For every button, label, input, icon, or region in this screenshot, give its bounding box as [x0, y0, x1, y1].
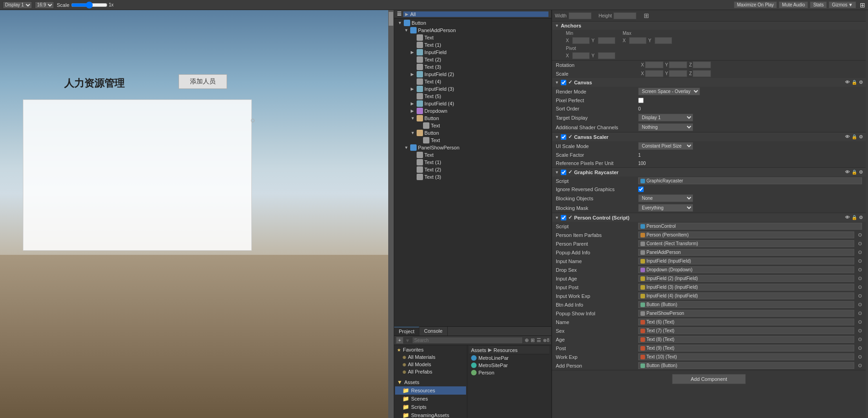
streaming-assets-folder[interactable]: 📁 StreamingAssets: [395, 411, 466, 418]
tree-item-12[interactable]: ▶Dropdown: [394, 107, 551, 115]
display-select[interactable]: Display 1: [3, 1, 32, 9]
hierarchy-tree[interactable]: ▼Button▼PanelAddPersonTextText (1)▶Input…: [394, 18, 551, 326]
pc-toggle[interactable]: [561, 215, 566, 220]
pixel-perfect-checkbox[interactable]: [638, 98, 644, 103]
scenes-folder[interactable]: 📁 Scenes: [395, 395, 466, 403]
tree-item-14[interactable]: Text: [394, 122, 551, 129]
ignore-reversed-checkbox[interactable]: [638, 187, 644, 192]
input-age-end-icon[interactable]: ⊙: [858, 275, 862, 281]
tree-item-21[interactable]: Text (3): [394, 173, 551, 181]
anchors-header[interactable]: ▼ Anchors: [552, 22, 866, 30]
post-end-icon[interactable]: ⊙: [858, 345, 862, 351]
canvas-scaler-header[interactable]: ▼ ✓ Canvas Scaler 👁 🔒 ⚙: [552, 132, 866, 141]
person-item-end-icon[interactable]: ⊙: [858, 232, 862, 238]
tree-item-6[interactable]: Text (3): [394, 63, 551, 71]
scale-x-input[interactable]: 1: [645, 70, 663, 77]
aspect-select[interactable]: 16:9: [35, 1, 54, 9]
add-person-game-button[interactable]: 添加人员: [179, 74, 227, 89]
breadcrumb-resources[interactable]: Resources: [494, 347, 518, 353]
tree-item-8[interactable]: Text (4): [394, 78, 551, 85]
tree-item-19[interactable]: Text (1): [394, 159, 551, 166]
person-control-header[interactable]: ▼ ✓ Person Control (Script) 👁 🔒 ⚙: [552, 213, 866, 222]
tree-item-15[interactable]: ▼Button: [394, 129, 551, 137]
assets-header[interactable]: ▼ Assets: [395, 378, 466, 386]
gizmos-button[interactable]: Gizmos ▼: [829, 1, 856, 8]
input-work-exp-end-icon[interactable]: ⊙: [858, 293, 862, 299]
height-input[interactable]: 592: [613, 12, 636, 19]
search-input[interactable]: [412, 337, 523, 344]
popup-show-info-end-icon[interactable]: ⊙: [858, 310, 862, 316]
canvas-scaler-toggle[interactable]: [561, 134, 566, 140]
gr-gear-icon[interactable]: ⚙: [859, 170, 863, 175]
asset-person[interactable]: Person: [469, 369, 549, 376]
tree-item-11[interactable]: ▶InputField (4): [394, 100, 551, 107]
scale-y-input[interactable]: 1: [669, 70, 687, 77]
settings-icon[interactable]: ☰: [537, 337, 541, 343]
canvas-eye-icon[interactable]: 👁: [845, 80, 850, 85]
all-materials-item[interactable]: ⊕ All Materials: [395, 353, 466, 361]
tree-item-17[interactable]: ▼PanelShowPerson: [394, 144, 551, 151]
tree-item-2[interactable]: Text: [394, 34, 551, 41]
maximize-play-button[interactable]: Maximize On Play: [734, 1, 777, 8]
tab-project[interactable]: Project: [394, 327, 419, 336]
tree-item-7[interactable]: ▶InputField (2): [394, 71, 551, 78]
all-models-item[interactable]: ⊕ All Models: [395, 361, 466, 368]
tree-item-13[interactable]: ▼Button: [394, 115, 551, 122]
min-x-input[interactable]: 0: [572, 37, 590, 44]
rot-y-input[interactable]: 0: [669, 61, 687, 68]
pc-gear-icon[interactable]: ⚙: [859, 215, 863, 220]
canvas-toggle[interactable]: [561, 80, 566, 85]
asset-metro-line[interactable]: MetroLinePar: [469, 354, 549, 362]
tree-item-3[interactable]: Text (1): [394, 41, 551, 49]
input-name-end-icon[interactable]: ⊙: [858, 258, 862, 264]
blocking-mask-select[interactable]: Everything: [638, 204, 693, 212]
scale-slider[interactable]: [71, 1, 108, 9]
scaler-gear-icon[interactable]: ⚙: [859, 134, 863, 139]
add-component-button[interactable]: Add Component: [672, 374, 746, 384]
all-prefabs-item[interactable]: ⊕ All Prefabs: [395, 368, 466, 375]
shader-channels-select[interactable]: Nothing: [638, 123, 693, 131]
age-end-icon[interactable]: ⊙: [858, 336, 862, 342]
rot-z-input[interactable]: 0: [693, 61, 711, 68]
pivot-x-input[interactable]: 0.5: [572, 52, 590, 59]
tree-item-5[interactable]: Text (2): [394, 56, 551, 63]
tab-console[interactable]: Console: [419, 327, 447, 336]
rot-x-input[interactable]: 0: [645, 61, 663, 68]
breadcrumb-assets[interactable]: Assets: [471, 347, 486, 353]
tree-item-20[interactable]: Text (2): [394, 166, 551, 173]
target-display-select[interactable]: Display 1: [638, 114, 693, 121]
width-input[interactable]: 1052: [569, 12, 591, 19]
person-parent-end-icon[interactable]: ⊙: [858, 241, 862, 247]
canvas-gear-icon[interactable]: ⚙: [859, 80, 863, 85]
layout-icon[interactable]: ⊞: [531, 337, 535, 343]
filter-icon[interactable]: ⊕: [525, 337, 529, 343]
pc-eye-icon[interactable]: 👁: [845, 215, 850, 220]
blocking-objects-select[interactable]: None: [638, 194, 693, 202]
plus-icon[interactable]: ⊞: [860, 1, 865, 9]
canvas-lock-icon[interactable]: 🔒: [852, 80, 857, 85]
work-exp-end-icon[interactable]: ⊙: [858, 354, 862, 360]
tree-item-0[interactable]: ▼Button: [394, 19, 551, 27]
resources-folder[interactable]: 📁 Resources: [395, 386, 466, 395]
render-mode-select[interactable]: Screen Space - Overlay: [638, 88, 700, 95]
tree-item-16[interactable]: Text: [394, 137, 551, 144]
scripts-folder[interactable]: 📁 Scripts: [395, 403, 466, 411]
scale-z-input[interactable]: 1: [693, 70, 711, 77]
drop-sex-end-icon[interactable]: ⊙: [858, 267, 862, 273]
popup-add-end-icon[interactable]: ⊙: [858, 249, 862, 255]
favorites-header[interactable]: ★ Favorites: [395, 346, 466, 353]
tree-item-1[interactable]: ▼PanelAddPerson: [394, 27, 551, 34]
name-end-icon[interactable]: ⊙: [858, 319, 862, 325]
btn-add-info-end-icon[interactable]: ⊙: [858, 302, 862, 308]
pc-lock-icon[interactable]: 🔒: [852, 215, 857, 220]
add-person-end-icon[interactable]: ⊙: [858, 363, 862, 368]
input-post-end-icon[interactable]: ⊙: [858, 284, 862, 290]
gr-eye-icon[interactable]: 👁: [845, 170, 850, 175]
max-y-input[interactable]: 0: [655, 37, 672, 44]
stats-button[interactable]: Stats: [810, 1, 827, 8]
add-asset-button[interactable]: +: [396, 337, 403, 344]
max-x-input[interactable]: 0: [629, 37, 646, 44]
ui-scale-mode-select[interactable]: Constant Pixel Size: [638, 142, 693, 150]
gr-lock-icon[interactable]: 🔒: [852, 170, 857, 175]
canvas-header[interactable]: ▼ ✓ Canvas 👁 🔒 ⚙: [552, 78, 866, 87]
